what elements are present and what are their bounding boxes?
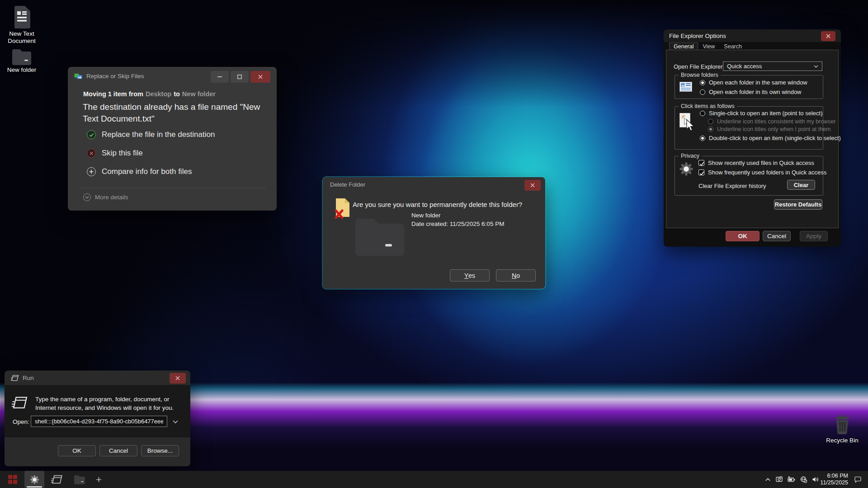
checkbox-frequent-folders[interactable]: Show frequently used folders in Quick ac… <box>698 169 826 176</box>
start-button[interactable] <box>4 471 22 488</box>
moving-source: Desktop <box>146 90 171 98</box>
radio-underline-point[interactable]: Underline icon titles only when I point … <box>708 126 831 132</box>
gear-icon <box>679 162 693 176</box>
taskbar-clock[interactable]: 6:06 PM 11/25/2025 <box>820 473 848 486</box>
clock-time: 6:06 PM <box>820 473 848 479</box>
privacy-legend: Privacy <box>679 153 702 159</box>
radio-underline-browser[interactable]: Underline icon titles consistent with my… <box>708 118 836 125</box>
tab-view[interactable]: View <box>698 42 719 50</box>
moving-destination: New folder <box>182 90 216 98</box>
desktop-icon-recycle-bin[interactable]: Recycle Bin <box>823 415 862 444</box>
click-items-group: Click items as follows Single-click to o… <box>675 106 823 150</box>
desktop-screen: New Text Document New folder Recycle Bin <box>0 0 868 488</box>
clear-button[interactable]: Clear <box>787 180 815 190</box>
mouse-cursor <box>685 119 695 131</box>
no-button-accel: N <box>512 272 516 279</box>
yes-button-label: es <box>468 272 475 279</box>
folder-icon <box>11 48 32 65</box>
checkbox-recent-files[interactable]: Show recently used files in Quick access <box>698 160 814 166</box>
notification-bubble-icon[interactable] <box>854 476 862 483</box>
file-explorer-options-window: File Explorer Options General View Searc… <box>664 29 841 247</box>
checkbox-label: Show recently used files in Quick access <box>708 160 814 166</box>
desktop-icon-new-text-document[interactable]: New Text Document <box>2 5 41 45</box>
restore-defaults-button[interactable]: Restore Defaults <box>774 199 822 210</box>
feo-title: File Explorer Options <box>669 33 726 39</box>
close-button[interactable] <box>524 180 541 191</box>
radio-single-click[interactable]: Single-click to open an item (point to s… <box>700 110 822 117</box>
run-title: Run <box>23 375 34 381</box>
browse-button[interactable]: Browse... <box>141 445 179 456</box>
cancel-button[interactable]: Cancel <box>99 445 137 456</box>
desktop-icon-new-folder[interactable]: New folder <box>2 48 41 74</box>
radio-icon <box>700 89 705 95</box>
close-button[interactable] <box>170 373 186 384</box>
folder-preview-icon <box>354 216 406 256</box>
open-combobox[interactable]: shell:::{bb06c0e4-d293-4f75-8a90-cb05b64… <box>31 416 167 427</box>
tray-chevron-up-icon[interactable] <box>764 476 771 483</box>
delete-dialog-titlebar[interactable]: Delete Folder <box>323 177 545 192</box>
desktop-icon-label: Recycle Bin <box>826 437 858 444</box>
taskbar-app-run[interactable] <box>47 471 67 488</box>
minimize-button[interactable] <box>211 71 229 83</box>
radio-own-window[interactable]: Open each folder in its own window <box>700 89 802 95</box>
maximize-button[interactable] <box>231 71 249 83</box>
click-items-legend: Click items as follows <box>679 103 737 109</box>
cancel-button[interactable]: Cancel <box>763 231 791 241</box>
ok-button[interactable]: OK <box>58 445 96 456</box>
taskbar: 6:06 PM 11/25/2025 <box>0 471 868 488</box>
skip-file-option[interactable]: Skip this file <box>87 149 143 158</box>
folder-icon <box>74 474 85 484</box>
open-value: shell:::{bb06c0e4-d293-4f75-8a90-cb05b64… <box>35 418 163 425</box>
compare-files-option[interactable]: Compare info for both files <box>87 167 192 176</box>
yes-button[interactable]: Yes <box>450 269 490 282</box>
close-icon <box>530 183 535 188</box>
run-icon <box>11 375 19 381</box>
run-titlebar[interactable]: Run <box>5 371 190 385</box>
run-body: Type the name of a program, folder, docu… <box>5 385 190 437</box>
chevron-down-icon <box>814 65 818 68</box>
delete-item-date: Date created: 11/25/2025 6:05 PM <box>411 221 504 227</box>
tray-network-globe-icon[interactable] <box>800 476 807 483</box>
replace-file-option[interactable]: Replace the file in the destination <box>87 130 215 139</box>
taskbar-new-button[interactable] <box>92 471 105 488</box>
delete-file-icon <box>335 198 351 219</box>
gear-icon <box>30 475 39 484</box>
browse-folders-group: Browse folders Open each folder in the s… <box>675 75 823 99</box>
close-button[interactable] <box>250 71 270 83</box>
taskbar-app-settings[interactable] <box>24 471 44 488</box>
delete-question: Are you sure you want to permanently del… <box>353 201 522 208</box>
clock-date: 11/25/2025 <box>820 479 848 486</box>
chevron-down-icon[interactable] <box>173 420 178 423</box>
feo-titlebar[interactable]: File Explorer Options <box>664 29 841 42</box>
open-to-dropdown[interactable]: Quick access <box>723 61 822 71</box>
tab-general[interactable]: General <box>669 42 698 50</box>
radio-label: Double-click to open an item (single-cli… <box>709 135 841 141</box>
replace-dialog-titlebar[interactable]: Replace or Skip Files <box>68 67 277 85</box>
tray-volume-icon[interactable] <box>811 476 819 483</box>
run-description: Type the name of a program, folder, docu… <box>35 395 176 412</box>
more-details-toggle[interactable]: More details <box>83 193 128 201</box>
close-button[interactable] <box>821 31 835 41</box>
plus-icon <box>96 477 102 483</box>
open-to-value: Quick access <box>727 63 814 70</box>
no-button-label: o <box>516 272 520 279</box>
minimize-icon <box>217 75 222 79</box>
radio-icon <box>700 111 705 116</box>
maximize-icon <box>237 75 242 79</box>
clear-history-label: Clear File Explorer history <box>698 183 766 189</box>
tray-cast-icon[interactable] <box>775 476 783 483</box>
taskbar-app-folder[interactable] <box>70 471 90 488</box>
ok-button[interactable]: OK <box>726 231 760 241</box>
radio-double-click[interactable]: Double-click to open an item (single-cli… <box>700 135 841 141</box>
delete-folder-dialog: Delete Folder Are you sure you want to p… <box>323 177 545 289</box>
run-icon <box>12 396 28 409</box>
apply-button[interactable]: Apply <box>800 231 828 241</box>
checkbox-icon <box>698 160 704 166</box>
no-button[interactable]: No <box>496 269 536 282</box>
run-dialog: Run Type the name of a program, folder, … <box>5 371 190 466</box>
radio-same-window[interactable]: Open each folder in the same window <box>700 79 807 86</box>
tray-battery-icon[interactable] <box>787 476 796 483</box>
radio-label: Open each folder in its own window <box>709 89 802 95</box>
tab-search[interactable]: Search <box>719 42 746 50</box>
text-document-icon <box>12 5 32 29</box>
